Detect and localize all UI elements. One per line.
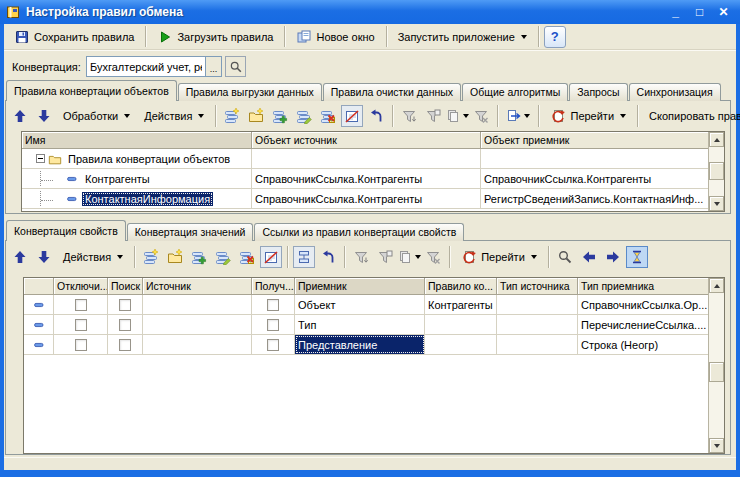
- checkbox[interactable]: [119, 319, 131, 331]
- tree-group-cell[interactable]: Правила конвертации объектов: [22, 149, 252, 168]
- checkbox[interactable]: [119, 299, 131, 311]
- tree-item-cell[interactable]: КонтактнаяИнформация: [22, 189, 252, 208]
- scroll-up-button[interactable]: [709, 132, 724, 147]
- move-up-button[interactable]: [9, 105, 31, 127]
- tab-data-export-rules[interactable]: Правила выгрузки данных: [178, 83, 322, 101]
- checkbox[interactable]: [75, 339, 87, 351]
- checkbox[interactable]: [267, 339, 279, 351]
- source-cell[interactable]: СправочникСсылка.Контрагенты: [252, 189, 481, 208]
- hierarchy-view-button[interactable]: [293, 246, 315, 268]
- filter-by-value-button[interactable]: [422, 105, 444, 127]
- add-group-button[interactable]: [164, 246, 186, 268]
- receiver-cell[interactable]: [481, 149, 724, 168]
- filter-settings-button[interactable]: [446, 105, 468, 127]
- column-header-search[interactable]: Поиск: [108, 278, 143, 295]
- collapse-expander[interactable]: [36, 154, 45, 163]
- actions-menu-button[interactable]: Действия: [138, 105, 210, 127]
- clear-filter-button[interactable]: [422, 246, 444, 268]
- goto-menu-button[interactable]: Перейти: [544, 105, 632, 127]
- column-header-source-object[interactable]: Объект источник: [252, 132, 481, 149]
- receiver-cell[interactable]: РегистрСведенийЗапись.КонтактнаяИнф...: [481, 189, 724, 208]
- tab-common-algorithms[interactable]: Общие алгоритмы: [462, 83, 568, 101]
- toggle-deletion-mark-button[interactable]: [260, 246, 282, 268]
- title-bar[interactable]: Настройка правил обмена _ □ ✕: [0, 0, 740, 24]
- row-marker-cell[interactable]: [24, 315, 54, 334]
- goto-menu-button[interactable]: Перейти: [455, 246, 543, 268]
- disabled-cell[interactable]: [54, 295, 108, 314]
- close-button[interactable]: ✕: [714, 3, 733, 21]
- forward-button[interactable]: [602, 246, 624, 268]
- conversion-rule-cell[interactable]: Контрагенты: [425, 295, 497, 314]
- rules-table-scrollbar[interactable]: [708, 132, 724, 211]
- copy-row-button[interactable]: [269, 105, 291, 127]
- filter-by-value-button[interactable]: [374, 246, 396, 268]
- column-header-receiver-type[interactable]: Тип приемника: [578, 278, 724, 295]
- source-cell[interactable]: [143, 315, 252, 334]
- load-rules-button[interactable]: Загрузить правила: [151, 26, 279, 48]
- run-app-button[interactable]: Запустить приложение: [392, 26, 533, 48]
- tab-data-clearing-rules[interactable]: Правила очистки данных: [323, 83, 461, 101]
- tab-object-conversion-rules[interactable]: Правила конвертации объектов: [6, 80, 177, 101]
- sort-filter-button[interactable]: [398, 105, 420, 127]
- tab-links-from-property-rules[interactable]: Ссылки из правил конвертации свойств: [254, 223, 464, 241]
- move-down-button[interactable]: [33, 105, 55, 127]
- search-cell[interactable]: [108, 295, 143, 314]
- column-header-get[interactable]: Получ...: [252, 278, 295, 295]
- browse-button[interactable]: ...: [205, 57, 221, 76]
- column-header-conversion-rule[interactable]: Правило ко...: [425, 278, 497, 295]
- search-button[interactable]: [554, 246, 576, 268]
- add-row-button[interactable]: [221, 105, 243, 127]
- tab-value-conversion[interactable]: Конвертация значений: [127, 223, 254, 241]
- add-group-button[interactable]: [245, 105, 267, 127]
- column-header-marker[interactable]: [24, 278, 54, 295]
- copy-row-button[interactable]: [188, 246, 210, 268]
- add-row-button[interactable]: [140, 246, 162, 268]
- source-type-cell[interactable]: [497, 315, 578, 334]
- receiver-type-cell[interactable]: Строка (Неогр): [578, 335, 724, 354]
- scroll-up-button[interactable]: [709, 278, 724, 293]
- conversion-search-button[interactable]: [225, 56, 246, 77]
- column-header-name[interactable]: Имя: [22, 132, 252, 149]
- scroll-down-button[interactable]: [709, 438, 724, 453]
- tab-property-conversion[interactable]: Конвертация свойств: [6, 220, 126, 241]
- back-button[interactable]: [578, 246, 600, 268]
- column-header-disabled[interactable]: Отключи...: [54, 278, 108, 295]
- tab-queries[interactable]: Запросы: [569, 83, 627, 101]
- search-cell[interactable]: [108, 315, 143, 334]
- edit-row-button[interactable]: [212, 246, 234, 268]
- actions-menu-button[interactable]: Действия: [57, 246, 129, 268]
- receiver-cell[interactable]: Объект: [295, 295, 425, 314]
- selected-receiver-cell[interactable]: Представление: [295, 335, 425, 354]
- table-row[interactable]: КонтактнаяИнформация СправочникСсылка.Ко…: [22, 189, 724, 209]
- help-button[interactable]: ?: [544, 26, 566, 48]
- auto-refresh-button[interactable]: [626, 246, 648, 268]
- undo-button[interactable]: [317, 246, 339, 268]
- table-row[interactable]: Объект Контрагенты СправочникСсылка.Ор..…: [24, 295, 724, 315]
- source-cell[interactable]: [143, 335, 252, 354]
- move-down-button[interactable]: [33, 246, 55, 268]
- undo-button[interactable]: [365, 105, 387, 127]
- checkbox[interactable]: [267, 319, 279, 331]
- source-cell[interactable]: СправочникСсылка.Контрагенты: [252, 169, 481, 188]
- table-row[interactable]: Контрагенты СправочникСсылка.Контрагенты…: [22, 169, 724, 189]
- search-cell[interactable]: [108, 335, 143, 354]
- checkbox[interactable]: [75, 319, 87, 331]
- edit-row-button[interactable]: [293, 105, 315, 127]
- row-marker-cell[interactable]: [24, 335, 54, 354]
- save-rules-button[interactable]: Сохранить правила: [8, 26, 140, 48]
- toggle-deletion-mark-button[interactable]: [341, 105, 363, 127]
- tree-item-cell[interactable]: Контрагенты: [22, 169, 252, 188]
- table-row[interactable]: Правила конвертации объектов: [22, 149, 724, 169]
- source-type-cell[interactable]: [497, 335, 578, 354]
- clear-filter-button[interactable]: [470, 105, 492, 127]
- column-header-receiver[interactable]: Приемник: [295, 278, 425, 295]
- column-header-receiver-object[interactable]: Объект приемник: [481, 132, 724, 149]
- conversion-rule-cell[interactable]: [425, 335, 497, 354]
- column-header-source-type[interactable]: Тип источника: [497, 278, 578, 295]
- props-table-scrollbar[interactable]: [708, 278, 724, 453]
- row-marker-cell[interactable]: [24, 295, 54, 314]
- receiver-cell[interactable]: Тип: [295, 315, 425, 334]
- maximize-button[interactable]: □: [690, 3, 709, 21]
- sort-filter-button[interactable]: [350, 246, 372, 268]
- checkbox[interactable]: [75, 299, 87, 311]
